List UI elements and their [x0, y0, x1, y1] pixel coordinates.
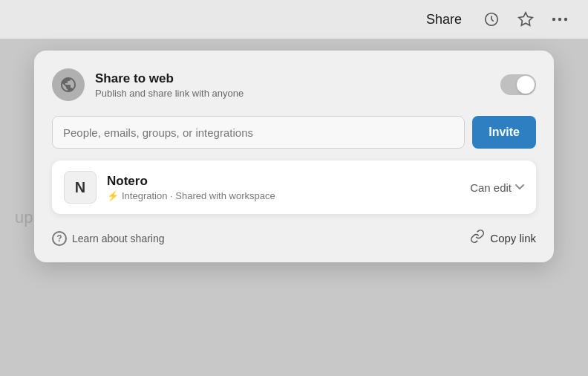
can-edit-label: Can edit — [470, 181, 512, 194]
notero-meta: ⚡ Integration · Shared with workspace — [107, 190, 460, 201]
share-web-icon — [52, 68, 85, 101]
share-web-title: Share to web — [95, 71, 490, 86]
copy-link-icon — [470, 229, 485, 247]
help-icon: ? — [52, 231, 67, 246]
notero-meta-text: Integration · Shared with workspace — [122, 190, 275, 201]
background-text: up — [15, 208, 33, 227]
svg-point-2 — [552, 18, 555, 21]
invite-input[interactable] — [52, 116, 465, 149]
integration-icon: ⚡ — [107, 190, 119, 201]
share-web-toggle[interactable] — [500, 74, 536, 95]
can-edit-button[interactable]: Can edit — [470, 181, 524, 194]
history-icon[interactable] — [481, 9, 502, 30]
more-icon[interactable] — [549, 9, 570, 30]
footer-row: ? Learn about sharing Copy link — [52, 226, 536, 247]
notero-avatar: N — [64, 171, 97, 204]
top-bar: Share — [0, 0, 588, 39]
learn-label: Learn about sharing — [72, 233, 165, 244]
svg-point-4 — [564, 18, 567, 21]
copy-link-button[interactable]: Copy link — [470, 229, 536, 247]
svg-point-3 — [558, 18, 561, 21]
svg-marker-1 — [519, 13, 532, 25]
share-title: Share — [426, 12, 462, 27]
star-icon[interactable] — [515, 9, 536, 30]
chevron-down-icon — [515, 182, 524, 192]
copy-label: Copy link — [490, 232, 536, 244]
notero-name: Notero — [107, 174, 460, 189]
share-web-text: Share to web Publish and share link with… — [95, 71, 490, 99]
notero-card: N Notero ⚡ Integration · Shared with wor… — [52, 161, 536, 214]
notero-info: Notero ⚡ Integration · Shared with works… — [107, 174, 460, 201]
invite-row: Invite — [52, 116, 536, 149]
share-web-row: Share to web Publish and share link with… — [52, 68, 536, 101]
share-modal: Share to web Publish and share link with… — [34, 51, 554, 262]
learn-about-sharing-link[interactable]: ? Learn about sharing — [52, 231, 165, 246]
invite-button[interactable]: Invite — [472, 116, 536, 149]
share-web-subtitle: Publish and share link with anyone — [95, 88, 490, 99]
